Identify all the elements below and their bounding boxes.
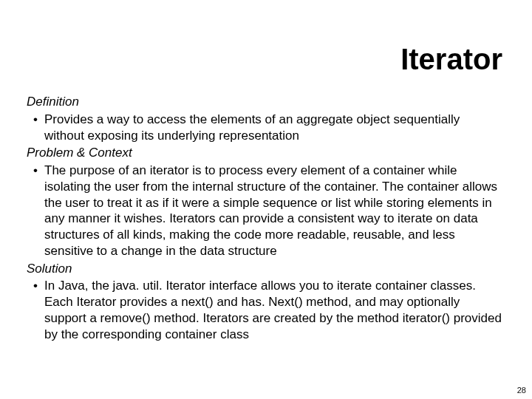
bullet-icon: • [27,163,44,179]
problem-text: The purpose of an iterator is to process… [44,163,502,259]
slide-title: Iterator [400,43,502,76]
bullet-icon: • [27,278,44,294]
definition-bullet: • Provides a way to access the elements … [27,112,502,144]
solution-bullet: • In Java, the java. util. Iterator inte… [27,278,502,342]
definition-text: Provides a way to access the elements of… [44,112,502,144]
page-number: 28 [517,386,526,395]
solution-heading: Solution [27,261,502,277]
problem-bullet: • The purpose of an iterator is to proce… [27,163,502,259]
definition-heading: Definition [27,94,502,110]
solution-text: In Java, the java. util. Iterator interf… [44,278,502,342]
slide-body: Definition • Provides a way to access th… [27,92,502,342]
problem-heading: Problem & Context [27,145,502,161]
slide: Iterator Definition • Provides a way to … [0,0,532,399]
bullet-icon: • [27,112,44,128]
